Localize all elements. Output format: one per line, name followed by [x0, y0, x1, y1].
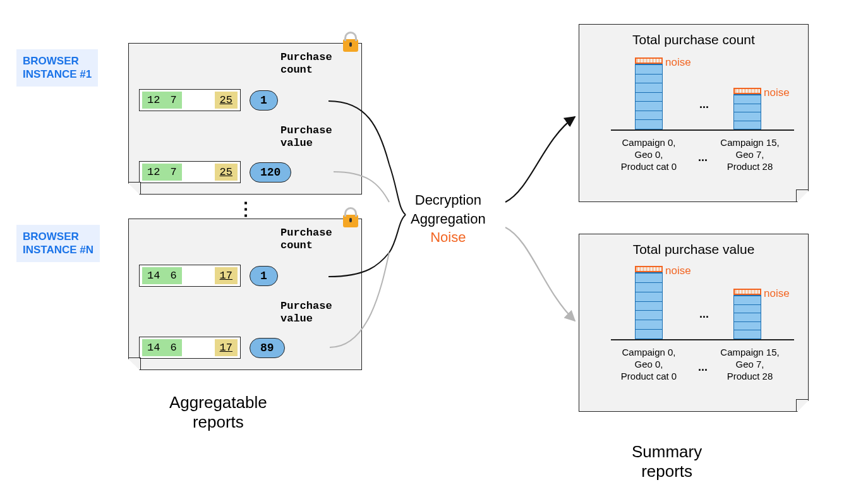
- text: Aggregation: [411, 211, 486, 227]
- horizontal-ellipsis-icon: ...: [698, 361, 708, 374]
- chart-title: Total purchase count: [579, 32, 808, 47]
- summary-report-count: Total purchase count noise noise ... Cam…: [579, 24, 809, 202]
- lock-icon: [343, 215, 358, 227]
- text: Purchase: [280, 51, 332, 63]
- key-seg: 12: [142, 92, 165, 109]
- text: Campaign 15,: [720, 347, 779, 357]
- key-seg: 7: [165, 164, 181, 181]
- noise-cap: [733, 289, 761, 295]
- noise-label: noise: [764, 87, 790, 99]
- aggregation-key: 14 6 17: [139, 337, 241, 359]
- noise-text: Noise: [430, 229, 466, 245]
- text: Purchase: [280, 227, 332, 239]
- text: Product 28: [727, 371, 773, 381]
- text: count: [280, 239, 313, 251]
- text: INSTANCE #1: [23, 68, 92, 80]
- chart-title: Total purchase value: [579, 242, 808, 257]
- text: Geo 7,: [735, 149, 764, 160]
- text: count: [280, 64, 313, 76]
- metric-label: Purchase value: [280, 300, 332, 325]
- text: Aggregatable: [169, 393, 267, 412]
- noise-label: noise: [665, 265, 691, 277]
- horizontal-ellipsis-icon: ...: [698, 151, 708, 164]
- bar-1: [733, 295, 761, 339]
- summary-report-value: Total purchase value noise noise ... Cam…: [579, 234, 809, 412]
- bar-1: [733, 94, 761, 129]
- aggregatable-report-1: Purchase count 12 7 25 1 Purchase value …: [128, 43, 362, 195]
- category-label-1: Campaign 15, Geo 7, Product 28: [712, 137, 788, 172]
- key-seg-blank: [182, 164, 215, 181]
- key-seg: 6: [165, 267, 181, 284]
- text: value: [280, 313, 313, 325]
- category-label-0: Campaign 0, Geo 0, Product cat 0: [611, 347, 687, 382]
- text: Campaign 0,: [622, 137, 675, 148]
- value-pill: 1: [250, 90, 278, 111]
- key-seg: 12: [142, 164, 165, 181]
- browser-instance-1-label: BROWSER INSTANCE #1: [16, 49, 98, 87]
- text: Summary: [632, 442, 702, 461]
- key-seg: 25: [215, 92, 238, 109]
- text: BROWSER: [23, 231, 79, 243]
- metric-label: Purchase count: [280, 51, 332, 76]
- text: value: [280, 137, 313, 149]
- text: Campaign 15,: [720, 137, 779, 148]
- aggregation-key: 12 7 25: [139, 161, 241, 183]
- x-axis: [611, 339, 794, 340]
- category-label-1: Campaign 15, Geo 7, Product 28: [712, 347, 788, 382]
- text: Product 28: [727, 161, 773, 172]
- text: Product cat 0: [621, 371, 677, 381]
- process-label: Decryption Aggregation Noise: [411, 191, 486, 247]
- value-pill: 120: [250, 162, 291, 183]
- metric-label: Purchase value: [280, 124, 332, 149]
- aggregation-key: 12 7 25: [139, 89, 241, 111]
- text: Geo 0,: [634, 149, 663, 160]
- noise-cap: [733, 88, 761, 94]
- text: INSTANCE #N: [23, 244, 93, 256]
- noise-label: noise: [665, 56, 691, 69]
- noise-label: noise: [764, 287, 790, 300]
- value-pill: 1: [250, 266, 278, 286]
- key-seg: 14: [142, 339, 165, 356]
- key-seg-blank: [182, 92, 215, 109]
- bar-0: [635, 64, 663, 129]
- aggregatable-report-n: Purchase count 14 6 17 1 Purchase value …: [128, 219, 362, 370]
- horizontal-ellipsis-icon: ...: [699, 98, 709, 111]
- key-seg: 17: [215, 267, 238, 284]
- text: reports: [641, 462, 692, 481]
- key-seg: 7: [165, 92, 181, 109]
- text: Decryption: [415, 192, 481, 208]
- key-seg-blank: [182, 339, 215, 356]
- x-axis: [611, 129, 794, 131]
- text: Purchase: [280, 300, 332, 312]
- text: Geo 7,: [735, 359, 764, 369]
- key-seg: 14: [142, 267, 165, 284]
- noise-cap: [635, 266, 663, 272]
- key-seg: 25: [215, 164, 238, 181]
- category-label-0: Campaign 0, Geo 0, Product cat 0: [611, 137, 687, 172]
- text: reports: [193, 412, 244, 431]
- noise-cap: [635, 57, 663, 64]
- value-pill: 89: [250, 338, 285, 358]
- aggregatable-reports-caption: Aggregatable reports: [169, 393, 267, 432]
- metric-label: Purchase count: [280, 227, 332, 251]
- aggregation-key: 14 6 17: [139, 265, 241, 287]
- key-seg: 6: [165, 339, 181, 356]
- vertical-ellipsis-icon: ⋮: [237, 205, 255, 213]
- browser-instance-n-label: BROWSER INSTANCE #N: [16, 225, 100, 262]
- summary-reports-caption: Summary reports: [632, 442, 702, 481]
- text: Purchase: [280, 124, 332, 136]
- text: Geo 0,: [634, 359, 663, 369]
- lock-icon: [343, 39, 358, 52]
- text: BROWSER: [23, 55, 79, 67]
- key-seg-blank: [182, 267, 215, 284]
- text: Campaign 0,: [622, 347, 675, 357]
- key-seg: 17: [215, 339, 238, 356]
- text: Product cat 0: [621, 161, 677, 172]
- horizontal-ellipsis-icon: ...: [699, 308, 709, 321]
- bar-0: [635, 272, 663, 339]
